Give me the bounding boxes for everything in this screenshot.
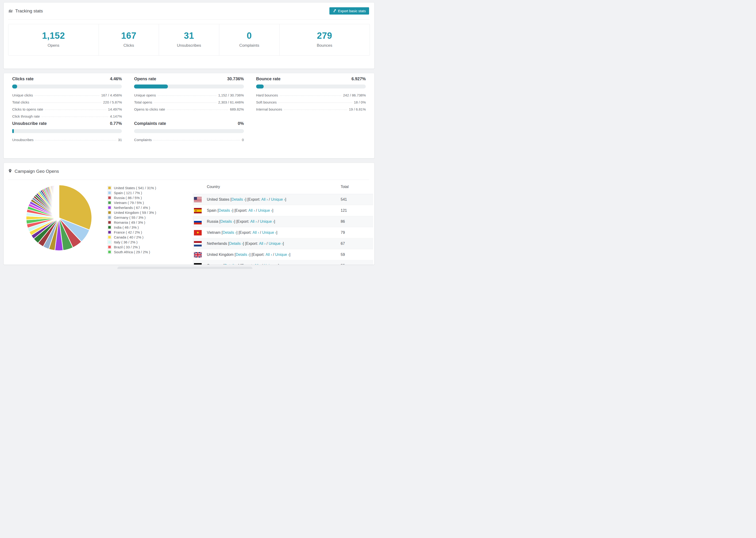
total-value: 541 [341, 197, 373, 202]
legend-item-russia: Russia ( 86 / 5% ) [108, 195, 156, 200]
de-flag-icon [194, 263, 202, 265]
total-value: 86 [341, 219, 373, 224]
rate-block-bounce-rate: Bounce rate6.927%Hard bounces242 / 86.73… [256, 77, 366, 118]
bracket: ] [285, 197, 286, 202]
legend-label: India ( 46 / 3% ) [114, 225, 139, 229]
export-all-link-vn[interactable]: All › [252, 231, 259, 235]
export-all-link-de[interactable]: All › [254, 264, 261, 265]
country-cell: Spain [Details ›] [Export: All › / Uniqu… [193, 208, 341, 213]
rate-title: Bounce rate [256, 77, 281, 81]
export-all-link-us[interactable]: All › [261, 197, 268, 202]
geo-legend: United States ( 541 / 31% )Spain ( 121 /… [108, 186, 156, 254]
legend-color-fill [108, 231, 111, 234]
progress-fill [12, 129, 14, 133]
dotted-leader [280, 95, 341, 96]
stat-value-unsubscribes: 31 [159, 31, 219, 41]
table-row-ru: Russia [Details ›] [Export: All › / Uniq… [193, 216, 373, 227]
export-icon [333, 9, 337, 13]
separator: / [266, 242, 269, 246]
map-pin-icon [8, 168, 12, 174]
bracket: ] [283, 242, 284, 246]
stat-box-bounces: 279Bounces [279, 24, 370, 56]
export-all-link-es[interactable]: All › [248, 208, 255, 213]
details-link-us[interactable]: Details › [232, 197, 245, 202]
details-link-es[interactable]: Details › [219, 208, 233, 213]
details-link-vn[interactable]: Details › [223, 231, 237, 235]
rate-detail-row: Total clicks220 / 5.87% [12, 100, 122, 104]
detail-label: Hard bounces [256, 93, 278, 97]
separator: / [259, 231, 262, 235]
export-unique-link-de[interactable]: Unique › [264, 264, 278, 265]
legend-item-south-africa: South Africa ( 29 / 2% ) [108, 249, 156, 254]
legend-color-fill [108, 206, 111, 209]
legend-color-chip [108, 215, 112, 219]
rate-detail-row: Hard bounces242 / 86.738% [256, 93, 366, 97]
geo-table: Country Total United States [Details ›] … [193, 180, 373, 265]
export-all-link-ru[interactable]: All › [250, 219, 257, 224]
detail-label: Unique opens [134, 93, 156, 97]
export-unique-link-es[interactable]: Unique › [258, 208, 272, 213]
rate-title: Clicks rate [12, 77, 33, 81]
export-unique-link-nl[interactable]: Unique › [269, 242, 283, 246]
detail-label: Unsubscribes [12, 138, 33, 142]
bracket: ] [274, 219, 275, 224]
column-header-total: Total [341, 185, 373, 189]
legend-label: Germany ( 55 / 3% ) [114, 215, 145, 219]
country-cell: Germany [Details ›] [Export: All › / Uni… [193, 263, 341, 265]
stat-box-unsubscribes: 31Unsubscribes [159, 24, 219, 56]
legend-item-united-kingdom: United Kingdom ( 59 / 3% ) [108, 210, 156, 215]
table-row-de: Germany [Details ›] [Export: All › / Uni… [193, 260, 373, 265]
detail-value: 18 / 0% [354, 100, 366, 104]
country-name: United States [207, 197, 231, 202]
dashboard-page: { "accent": "#1b93a8", "tracking": { "ti… [0, 0, 378, 269]
dotted-leader [284, 110, 348, 110]
export-basic-stats-button[interactable]: Export basic stats [329, 7, 369, 15]
separator: / [261, 264, 264, 265]
details-link-ru[interactable]: Details › [220, 219, 234, 224]
export-all-link-nl[interactable]: All › [259, 242, 266, 246]
stat-label-unsubscribes: Unsubscribes [159, 43, 219, 48]
export-unique-link-ru[interactable]: Unique › [260, 219, 274, 224]
export-unique-link-gb[interactable]: Unique › [275, 252, 289, 257]
rate-detail-row: Unique opens1,152 / 30.736% [134, 93, 244, 97]
details-link-de[interactable]: Details › [225, 264, 238, 265]
dotted-leader [153, 140, 240, 140]
detail-value: 220 / 5.87% [103, 100, 122, 104]
legend-label: Netherlands ( 67 / 4% ) [114, 206, 150, 210]
export-all-link-gb[interactable]: All › [266, 252, 272, 257]
legend-color-fill [108, 211, 111, 214]
details-link-gb[interactable]: Details › [236, 252, 249, 257]
progress-fill [12, 84, 17, 88]
rate-head-unsubscribe-rate: Unsubscribe rate0.77% [12, 121, 122, 126]
legend-label: South Africa ( 29 / 2% ) [114, 250, 150, 254]
legend-label: France ( 42 / 2% ) [114, 230, 142, 234]
rate-value: 0% [238, 121, 244, 126]
geo-body: United States ( 541 / 31% )Spain ( 121 /… [4, 180, 374, 265]
separator: / [255, 208, 258, 213]
rate-block-unsubscribe-rate: Unsubscribe rate0.77%Unsubscribes31 [12, 121, 122, 142]
bracket: ] [Export: [238, 264, 254, 265]
export-unique-link-vn[interactable]: Unique › [262, 231, 276, 235]
dotted-leader [35, 140, 117, 140]
detail-label: Total clicks [12, 100, 29, 104]
legend-item-germany: Germany ( 55 / 3% ) [108, 215, 156, 220]
country-cell: Russia [Details ›] [Export: All › / Uniq… [193, 219, 341, 224]
rate-value: 4.46% [110, 77, 122, 81]
geo-header: Campaign Geo Opens [4, 163, 374, 180]
gb-flag-icon [194, 252, 202, 257]
rates-grid: Clicks rate4.46%Unique clicks167 / 4.456… [4, 73, 374, 142]
stat-label-clicks: Clicks [99, 43, 159, 48]
legend-item-netherlands: Netherlands ( 67 / 4% ) [108, 205, 156, 210]
export-unique-link-us[interactable]: Unique › [271, 197, 285, 202]
separator: / [268, 197, 271, 202]
legend-color-fill [108, 191, 111, 194]
dotted-leader [45, 110, 106, 110]
bracket: ] [278, 264, 279, 265]
details-link-nl[interactable]: Details › [229, 242, 243, 246]
rate-head-bounce-rate: Bounce rate6.927% [256, 77, 366, 81]
country-name: Spain [207, 208, 217, 213]
next-card-edge [117, 267, 252, 269]
pie-slice-other[interactable] [59, 185, 59, 218]
legend-label: Romania ( 49 / 3% ) [114, 220, 145, 224]
legend-color-fill [108, 236, 111, 239]
